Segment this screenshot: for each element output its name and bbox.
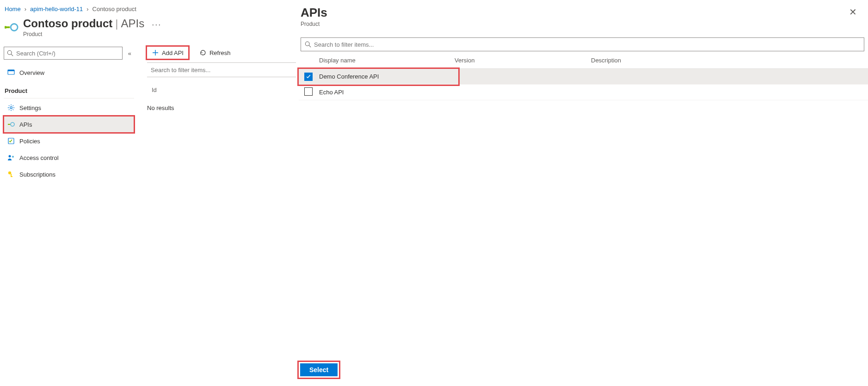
plus-icon xyxy=(152,49,159,56)
sidebar-item-settings[interactable]: Settings xyxy=(4,99,134,116)
svg-rect-6 xyxy=(8,70,14,71)
content-area: Add API Refresh Id No results xyxy=(134,47,296,183)
chevron-right-icon: › xyxy=(86,6,88,12)
svg-point-3 xyxy=(7,50,12,55)
overview-icon xyxy=(7,69,15,76)
access-control-icon xyxy=(7,154,15,161)
api-row-echo[interactable]: Echo API xyxy=(299,85,868,100)
content-column-id: Id xyxy=(147,77,296,98)
sidebar-item-policies[interactable]: Policies xyxy=(4,133,134,149)
policy-icon xyxy=(7,137,15,145)
page-title: Contoso product xyxy=(23,17,112,30)
body-row: « Overview Product Settings AP xyxy=(4,47,296,183)
svg-line-4 xyxy=(11,54,13,56)
panel-footer: Select xyxy=(299,362,339,378)
content-filter[interactable] xyxy=(147,62,296,77)
close-panel-button[interactable]: ✕ xyxy=(847,6,859,18)
svg-line-17 xyxy=(309,45,311,47)
collapse-sidebar-button[interactable]: « xyxy=(126,48,133,59)
checkmark-icon xyxy=(306,74,311,80)
apis-panel: APIs Product ✕ Display name Version Desc… xyxy=(296,0,868,386)
title-divider: | xyxy=(115,17,118,30)
svg-point-11 xyxy=(9,155,11,158)
svg-point-7 xyxy=(10,107,12,109)
page-title-section: APIs xyxy=(121,17,145,30)
checkbox-demo-conference[interactable] xyxy=(304,73,313,81)
sidebar-item-access-control[interactable]: Access control xyxy=(4,149,134,166)
sidebar-search[interactable] xyxy=(4,47,123,60)
add-api-label: Add API xyxy=(162,49,184,56)
svg-point-16 xyxy=(305,42,309,46)
key-icon xyxy=(7,171,15,178)
add-api-button[interactable]: Add API xyxy=(147,47,188,59)
sidebar-item-label: Settings xyxy=(19,104,41,111)
more-actions-button[interactable]: ··· xyxy=(152,20,161,30)
svg-point-12 xyxy=(12,156,14,158)
sidebar-item-label: Subscriptions xyxy=(19,171,55,178)
panel-title: APIs xyxy=(301,6,327,20)
close-icon: ✕ xyxy=(849,7,857,17)
sidebar-item-label: Overview xyxy=(19,69,44,76)
content-toolbar: Add API Refresh xyxy=(147,47,296,62)
search-icon xyxy=(7,50,13,56)
panel-subtitle: Product xyxy=(301,21,327,27)
sidebar: « Overview Product Settings AP xyxy=(4,47,134,183)
content-empty-text: No results xyxy=(147,98,296,118)
svg-point-8 xyxy=(11,123,14,126)
sidebar-search-input[interactable] xyxy=(13,50,119,57)
column-display-name[interactable]: Display name xyxy=(318,57,455,64)
api-row-name: Echo API xyxy=(318,89,455,96)
checkbox-echo[interactable] xyxy=(304,87,313,96)
sidebar-group-product: Product xyxy=(4,81,134,98)
page-subtitle: Product xyxy=(23,31,161,37)
chevron-right-icon: › xyxy=(25,6,26,12)
panel-search-input[interactable] xyxy=(311,41,860,48)
api-row-name: Demo Conference API xyxy=(318,73,455,80)
sidebar-item-label: Access control xyxy=(19,154,59,161)
panel-table: Display name Version Description Demo Co… xyxy=(299,52,868,100)
content-filter-input[interactable] xyxy=(151,67,292,74)
select-button[interactable]: Select xyxy=(300,363,338,376)
page-header: Contoso product | APIs ··· Product xyxy=(4,17,296,37)
apim-logo-icon xyxy=(5,20,18,34)
sidebar-item-label: Policies xyxy=(19,138,40,145)
column-description[interactable]: Description xyxy=(591,57,868,64)
api-icon xyxy=(7,121,15,128)
sidebar-item-subscriptions[interactable]: Subscriptions xyxy=(4,166,134,183)
refresh-icon xyxy=(199,49,207,56)
breadcrumb-current: Contoso product xyxy=(92,6,136,12)
refresh-button[interactable]: Refresh xyxy=(195,47,235,59)
api-row-demo-conference[interactable]: Demo Conference API xyxy=(299,69,868,85)
svg-rect-9 xyxy=(8,124,10,125)
svg-rect-15 xyxy=(11,176,12,177)
panel-search[interactable] xyxy=(301,37,864,51)
main-area: Home › apim-hello-world-11 › Contoso pro… xyxy=(0,0,296,386)
breadcrumb-home[interactable]: Home xyxy=(5,6,21,12)
breadcrumb-service[interactable]: apim-hello-world-11 xyxy=(30,6,83,12)
column-version[interactable]: Version xyxy=(455,57,591,64)
breadcrumb: Home › apim-hello-world-11 › Contoso pro… xyxy=(4,4,296,17)
sidebar-item-label: APIs xyxy=(19,121,32,128)
refresh-label: Refresh xyxy=(209,49,231,56)
sidebar-item-apis[interactable]: APIs xyxy=(4,116,134,133)
svg-point-2 xyxy=(5,26,7,29)
search-icon xyxy=(305,41,311,48)
gear-icon xyxy=(7,104,15,111)
panel-table-head: Display name Version Description xyxy=(299,52,868,69)
svg-point-0 xyxy=(11,24,18,31)
sidebar-item-overview[interactable]: Overview xyxy=(4,64,134,81)
